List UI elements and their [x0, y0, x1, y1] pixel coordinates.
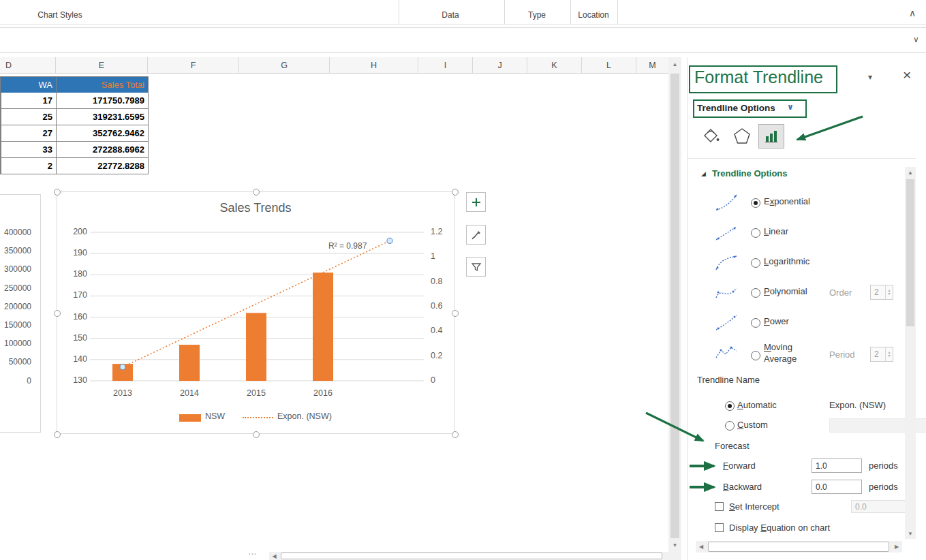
power-label[interactable]: Power [764, 316, 789, 326]
spinner-arrows-icon[interactable]: ▴▾ [885, 285, 893, 299]
table-header-sales-total[interactable]: Sales Total [57, 77, 149, 93]
chart-resize-handle[interactable] [54, 189, 61, 196]
column-header-H[interactable]: H [330, 57, 418, 73]
column-header-D[interactable]: D [0, 57, 56, 73]
chart[interactable]: Sales Trends 200190180170160150140130 1.… [57, 191, 454, 434]
pane-options-dropdown-icon[interactable]: ▾ [868, 72, 872, 82]
legend-swatch-trendline[interactable] [243, 417, 273, 418]
chart-resize-handle[interactable] [253, 431, 260, 438]
table-cell[interactable]: 319231.6595 [57, 109, 149, 125]
chart-resize-handle[interactable] [253, 189, 260, 196]
moving-average-label[interactable]: MovingAverage [764, 341, 797, 364]
table-cell[interactable]: 171750.7989 [57, 93, 149, 109]
sheet-vertical-scrollbar[interactable]: ▲ ▼ [668, 57, 681, 552]
section-trendline-options[interactable]: Trendline Options [712, 168, 788, 178]
column-header-I[interactable]: I [418, 57, 473, 73]
set-intercept-input[interactable]: 0.0 [851, 500, 908, 513]
table-cell[interactable]: 22772.8288 [57, 158, 149, 174]
sheet-horizontal-scrollbar[interactable]: ◀ [269, 552, 668, 560]
scroll-down-icon[interactable]: ▼ [905, 528, 916, 539]
scroll-down-icon[interactable]: ▼ [668, 538, 681, 552]
chart-resize-handle[interactable] [452, 189, 459, 196]
chart-elements-button[interactable] [466, 192, 486, 212]
column-header-E[interactable]: E [56, 57, 148, 73]
display-equation-checkbox[interactable] [715, 523, 724, 532]
chart-filters-button[interactable] [466, 257, 486, 277]
scroll-right-icon[interactable]: ▶ [891, 541, 902, 553]
legend-swatch-nsw[interactable] [179, 414, 201, 422]
spinner-arrows-icon[interactable]: ▴▾ [885, 347, 893, 361]
chart-axis-tick: 190 [67, 248, 87, 258]
chart-resize-handle[interactable] [54, 431, 61, 438]
backward-input[interactable]: 0.0 [812, 480, 862, 494]
collapse-section-icon[interactable]: ◢ [701, 170, 706, 177]
scrollbar-thumb[interactable] [281, 553, 662, 559]
column-header-G[interactable]: G [239, 57, 330, 73]
linear-label[interactable]: Linear [764, 226, 788, 236]
logarithmic-radio[interactable] [751, 258, 760, 268]
legend-label-trendline[interactable]: Expon. (NSW) [277, 411, 332, 421]
scrollbar-thumb[interactable] [906, 179, 914, 326]
exponential-radio[interactable] [751, 198, 760, 208]
exponential-label[interactable]: Exponential [764, 196, 810, 206]
power-radio[interactable] [751, 318, 760, 328]
table-cell[interactable]: 33 [1, 142, 57, 158]
pane-horizontal-scrollbar[interactable]: ◀ ▶ [696, 541, 902, 553]
legend-label-nsw[interactable]: NSW [205, 411, 225, 421]
table-row: 33272288.6962 [1, 142, 149, 158]
order-spinner[interactable]: 2 ▴▾ [870, 285, 893, 300]
set-intercept-label[interactable]: Set Intercept [729, 501, 780, 512]
pane-vertical-scrollbar[interactable]: ▲ ▼ [905, 167, 916, 539]
collapse-ribbon-icon[interactable]: ∧ [909, 7, 916, 18]
chart-axis-tick: 180 [67, 269, 87, 279]
close-pane-icon[interactable]: × [903, 67, 911, 83]
left-chart-tick: 300000 [0, 264, 31, 274]
chart-axis-tick: 150 [67, 333, 87, 343]
automatic-radio[interactable] [725, 401, 735, 411]
set-intercept-checkbox[interactable] [715, 502, 724, 511]
chart-axis-tick: 0 [431, 375, 454, 385]
scrollbar-thumb[interactable] [708, 542, 889, 552]
chart-resize-handle[interactable] [54, 310, 61, 317]
tab-effects[interactable] [732, 127, 752, 146]
expand-formula-bar-icon[interactable]: ∨ [913, 35, 919, 44]
period-spinner[interactable]: 2 ▴▾ [870, 347, 893, 362]
table-cell[interactable]: 272288.6962 [57, 142, 149, 158]
pane-splitter-dots[interactable]: ⋯ [248, 549, 256, 559]
table-cell[interactable]: 25 [1, 109, 57, 125]
column-header-K[interactable]: K [527, 57, 582, 73]
table-cell[interactable]: 27 [1, 125, 57, 142]
table-cell[interactable]: 352762.9462 [57, 125, 149, 142]
automatic-name-value: Expon. (NSW) [829, 400, 886, 410]
column-header-L[interactable]: L [582, 57, 636, 73]
logarithmic-label[interactable]: Logarithmic [764, 256, 809, 266]
table-header-wa[interactable]: WA [1, 77, 57, 93]
linear-radio[interactable] [751, 228, 760, 238]
tab-fill-line[interactable] [701, 127, 720, 146]
left-chart-tick: 200000 [0, 302, 31, 311]
chart-resize-handle[interactable] [452, 310, 459, 317]
polynomial-radio[interactable] [751, 288, 760, 298]
tab-trendline-options[interactable] [758, 124, 784, 149]
custom-radio[interactable] [725, 421, 735, 431]
scroll-up-icon[interactable]: ▲ [668, 57, 681, 71]
table-cell[interactable]: 17 [1, 93, 57, 109]
column-header-J[interactable]: J [473, 57, 527, 73]
moving-average-radio[interactable] [751, 351, 760, 360]
scroll-up-icon[interactable]: ▲ [905, 167, 916, 178]
polynomial-label[interactable]: Polynomial [764, 286, 807, 296]
formula-bar[interactable]: ∨ [0, 27, 926, 53]
automatic-label[interactable]: Automatic [737, 400, 777, 410]
column-header-M[interactable]: M [636, 57, 669, 73]
scroll-left-icon[interactable]: ◀ [696, 541, 707, 553]
chart-styles-button[interactable] [466, 225, 486, 245]
forward-input[interactable]: 1.0 [812, 458, 862, 473]
display-equation-label[interactable]: Display Equation on chart [729, 523, 830, 533]
column-header-F[interactable]: F [148, 57, 239, 73]
table-cell[interactable]: 2 [1, 158, 57, 174]
custom-label[interactable]: Custom [737, 420, 768, 430]
r-squared-label[interactable]: R² = 0.987 [328, 241, 367, 251]
scrollbar-thumb[interactable] [670, 74, 679, 538]
chart-resize-handle[interactable] [452, 431, 459, 438]
scroll-left-icon[interactable]: ◀ [269, 552, 279, 560]
